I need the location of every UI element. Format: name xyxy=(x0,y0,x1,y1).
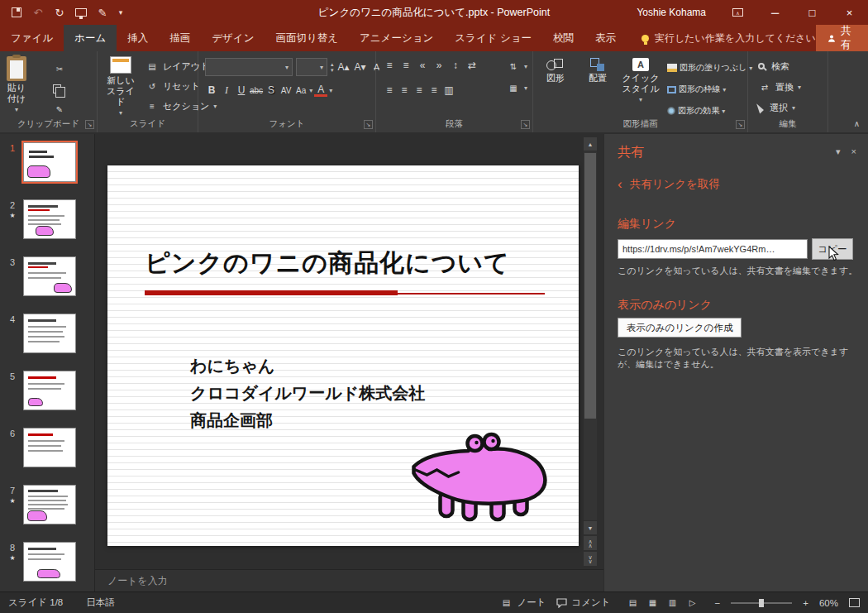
align-right-button[interactable] xyxy=(413,83,426,98)
tab-insert[interactable]: 挿入 xyxy=(117,25,159,51)
format-painter-button[interactable] xyxy=(53,102,66,117)
decrease-font-button[interactable] xyxy=(354,60,367,74)
zoom-slider[interactable] xyxy=(731,602,792,604)
arrange-button[interactable]: 配置 xyxy=(578,58,618,84)
columns-button[interactable] xyxy=(442,83,455,98)
next-slide-button[interactable]: ∨∨ xyxy=(584,552,597,566)
scrollbar-track[interactable] xyxy=(584,151,597,520)
share-button[interactable]: 共有 xyxy=(816,25,868,51)
underline-button[interactable] xyxy=(235,83,248,98)
tab-transitions[interactable]: 画面切り替え xyxy=(265,25,349,51)
font-size-select[interactable]: ▾ xyxy=(296,58,327,76)
collapse-ribbon-button[interactable]: ∧ xyxy=(854,119,860,128)
shape-effects-button[interactable]: 図形の効果▾ xyxy=(667,103,752,119)
find-button[interactable]: 検索 xyxy=(758,58,801,74)
cut-button[interactable] xyxy=(53,61,66,76)
quick-styles-button[interactable]: クイックスタイル ▾ xyxy=(621,58,661,103)
create-view-only-link-button[interactable]: 表示のみのリンクの作成 xyxy=(618,318,742,338)
slide-thumbnail-image[interactable] xyxy=(23,256,76,296)
touch-mode-button[interactable]: ✎ xyxy=(93,2,112,23)
character-spacing-button[interactable] xyxy=(279,83,293,98)
change-case-button[interactable] xyxy=(294,83,308,98)
font-name-select[interactable]: ▾ xyxy=(205,58,293,76)
start-slideshow-button[interactable] xyxy=(71,2,91,23)
slide-body-text[interactable]: わにちゃん クロコダイルワールド株式会社 商品企画部 xyxy=(190,352,425,434)
bold-button[interactable] xyxy=(205,83,218,98)
slide-thumbnail-5[interactable]: 5 xyxy=(0,362,94,419)
slide-thumbnail-6[interactable]: 6 xyxy=(0,419,94,477)
save-button[interactable] xyxy=(7,2,26,23)
shape-outline-button[interactable]: 図形の枠線▾ xyxy=(667,81,752,98)
user-name[interactable]: Yoshie Kohama xyxy=(637,7,706,18)
tab-animations[interactable]: アニメーション xyxy=(349,25,444,51)
strikethrough-button[interactable] xyxy=(250,83,263,98)
align-left-button[interactable] xyxy=(383,83,396,98)
slide-thumbnail-image[interactable] xyxy=(23,485,76,524)
reading-view-button[interactable] xyxy=(666,596,680,611)
align-center-button[interactable] xyxy=(398,83,411,98)
maximize-button[interactable]: □ xyxy=(794,0,831,25)
slide-sorter-view-button[interactable] xyxy=(646,596,660,611)
language-indicator[interactable]: 日本語 xyxy=(86,596,115,609)
close-button[interactable]: × xyxy=(831,0,868,25)
numbering-button[interactable] xyxy=(399,58,413,73)
shape-fill-button[interactable]: 図形の塗りつぶし▾ xyxy=(667,60,752,76)
slideshow-view-button[interactable] xyxy=(686,596,699,611)
text-align-vertical-button[interactable]: ▾ xyxy=(507,58,527,74)
zoom-out-button[interactable]: − xyxy=(715,598,721,608)
increase-indent-button[interactable] xyxy=(432,58,446,73)
tab-view[interactable]: 表示 xyxy=(584,25,627,51)
tab-review[interactable]: 校閲 xyxy=(542,25,584,51)
get-sharing-link-back[interactable]: ‹ 共有リンクを取得 xyxy=(618,177,720,192)
pane-close-button[interactable]: × xyxy=(851,146,856,157)
notes-toggle-button[interactable]: ノート xyxy=(499,596,546,611)
slide-thumbnail-image[interactable] xyxy=(23,199,76,239)
slide-thumbnail-7[interactable]: 7★ xyxy=(0,477,94,534)
slide-title-text[interactable]: ピンクのワニの商品化について xyxy=(145,247,510,280)
slide-thumbnail-3[interactable]: 3 xyxy=(0,248,94,305)
scroll-down-button[interactable]: ▼ xyxy=(584,521,597,534)
shapes-button[interactable]: 図形 xyxy=(537,58,575,84)
slide-thumbnail-image[interactable] xyxy=(23,542,76,582)
pink-crocodile-image[interactable] xyxy=(407,412,556,526)
title-underline-shape[interactable] xyxy=(145,290,545,296)
previous-slide-button[interactable]: ∧∧ xyxy=(584,536,597,550)
font-dialog-launcher[interactable]: ↘ xyxy=(364,120,373,129)
slide-thumbnail-4[interactable]: 4 xyxy=(0,305,94,362)
vertical-scrollbar[interactable]: ▲ ▼ ∧∧ ∨∨ xyxy=(584,137,597,566)
customize-qat-button[interactable]: ▾ xyxy=(114,2,127,23)
minimize-button[interactable]: ─ xyxy=(756,0,794,25)
slide-thumbnail-1[interactable]: 1 xyxy=(0,134,94,191)
tell-me-box[interactable]: 実行したい作業を入力してください xyxy=(641,25,816,51)
zoom-slider-thumb[interactable] xyxy=(759,599,764,607)
copy-link-button[interactable]: コピー xyxy=(812,238,853,260)
ribbon-display-options-button[interactable]: ∧ xyxy=(719,0,756,25)
slide-thumbnail-image[interactable] xyxy=(23,371,76,410)
tab-draw[interactable]: 描画 xyxy=(159,25,201,51)
convert-smartart-button[interactable]: ▾ xyxy=(507,79,527,96)
paragraph-dialog-launcher[interactable]: ↘ xyxy=(521,120,530,129)
text-shadow-button[interactable] xyxy=(265,83,278,98)
bullets-button[interactable] xyxy=(383,58,396,73)
zoom-percentage[interactable]: 60% xyxy=(819,598,838,608)
paste-button[interactable]: 貼り付け ▾ xyxy=(7,56,26,113)
new-slide-button[interactable]: 新しいスライド ▾ xyxy=(103,56,139,117)
italic-button[interactable] xyxy=(220,83,233,98)
scroll-up-button[interactable]: ▲ xyxy=(584,137,597,151)
increase-font-button[interactable] xyxy=(337,60,351,74)
justify-button[interactable] xyxy=(427,83,441,98)
font-size-spinner[interactable]: ▴▾ xyxy=(331,61,334,73)
normal-view-button[interactable] xyxy=(627,596,640,611)
zoom-in-button[interactable]: + xyxy=(803,598,808,608)
slide-editing-area[interactable]: ピンクのワニの商品化について わにちゃん クロコダイルワールド株式会社 商品企画… xyxy=(107,165,579,546)
slide-thumbnail-8[interactable]: 8★ xyxy=(0,534,94,591)
undo-button[interactable]: ↶ xyxy=(28,2,48,23)
pane-options-button[interactable]: ▾ xyxy=(836,146,841,157)
redo-button[interactable]: ↻ xyxy=(50,2,69,23)
slide-thumbnail-2[interactable]: 2★ xyxy=(0,191,94,248)
slide-thumbnail-image[interactable] xyxy=(23,428,76,467)
tab-design[interactable]: デザイン xyxy=(201,25,265,51)
font-color-button[interactable] xyxy=(314,84,327,97)
edit-link-url-input[interactable] xyxy=(618,239,808,259)
copy-button[interactable] xyxy=(53,84,61,93)
